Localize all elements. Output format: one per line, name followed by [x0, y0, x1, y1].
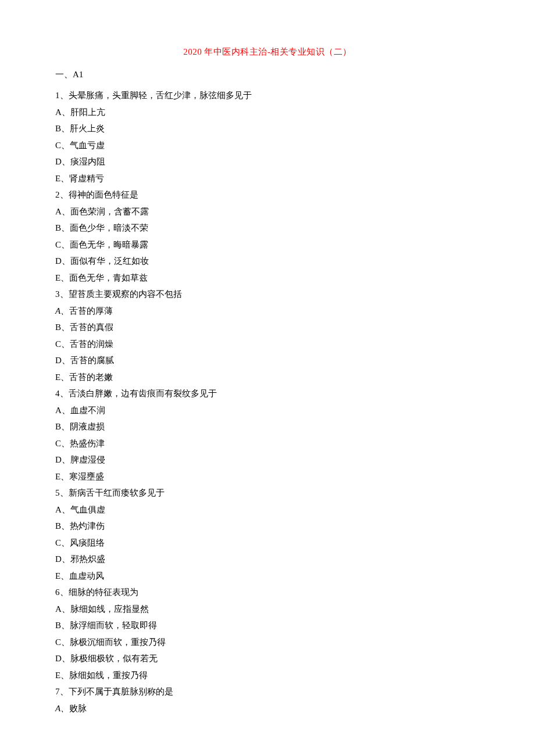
- option-line: B、肝火上炎: [55, 120, 480, 137]
- option-line: D、脉极细极软，似有若无: [55, 650, 480, 667]
- option-letter: D、: [55, 554, 70, 564]
- question-stem: 2、得神的面色特征是: [55, 187, 480, 203]
- question-stem: 7、下列不属于真脏脉别称的是: [55, 683, 480, 700]
- question-number: 2、: [55, 190, 69, 199]
- option-letter: D、: [55, 455, 70, 464]
- option-text: 邪热炽盛: [70, 554, 105, 564]
- option-text: 痰湿内阻: [70, 157, 105, 166]
- option-text: 舌苔的老嫩: [69, 372, 113, 382]
- option-text: 阴液虚损: [70, 422, 105, 431]
- option-letter: D、: [55, 256, 70, 266]
- option-text: 脉极沉细而软，重按乃得: [70, 637, 166, 647]
- questions-container: 1、头晕胀痛，头重脚轻，舌红少津，脉弦细多见于A、肝阳上亢B、肝火上炎C、气血亏…: [55, 87, 480, 716]
- option-letter: C、: [55, 538, 70, 547]
- option-line: E、面色无华，青如草兹: [55, 270, 480, 286]
- option-text: 风痰阻络: [70, 538, 105, 547]
- document-page: 2020 年中医内科主治-相关专业知识（二） 一、A1 1、头晕胀痛，头重脚轻，…: [0, 0, 535, 751]
- question-number: 7、: [55, 687, 69, 696]
- option-letter: B、: [55, 422, 70, 431]
- section-label: 一、A1: [55, 69, 480, 80]
- option-line: A、肝阳上亢: [55, 104, 480, 121]
- option-text: 舌苔的厚薄: [69, 306, 113, 316]
- option-text: 败脉: [69, 704, 87, 713]
- option-letter: C、: [55, 439, 70, 448]
- option-letter: C、: [55, 240, 70, 249]
- option-line: B、阴液虚损: [55, 418, 480, 435]
- question-text: 新病舌干红而痿软多见于: [69, 488, 165, 497]
- option-text: 面色荣润，含蓄不露: [70, 207, 149, 216]
- option-letter: C、: [55, 637, 70, 647]
- option-line: B、脉浮细而软，轻取即得: [55, 617, 480, 634]
- option-line: E、舌苔的老嫩: [55, 369, 480, 386]
- option-line: D、面似有华，泛红如妆: [55, 253, 480, 270]
- question-block: 5、新病舌干红而痿软多见于A、气血俱虚B、热灼津伤C、风痰阻络D、邪热炽盛E、血…: [55, 485, 480, 584]
- option-letter: A、: [55, 108, 70, 117]
- option-text: 气血俱虚: [70, 505, 105, 514]
- option-text: 面色少华，暗淡不荣: [70, 223, 148, 232]
- option-letter: E、: [55, 671, 69, 680]
- option-letter: B、: [55, 521, 70, 531]
- option-text: 气血亏虚: [70, 141, 105, 150]
- question-block: 2、得神的面色特征是A、面色荣润，含蓄不露B、面色少华，暗淡不荣C、面色无华，晦…: [55, 187, 480, 286]
- option-line: A、血虚不润: [55, 402, 480, 419]
- option-line: B、面色少华，暗淡不荣: [55, 220, 480, 237]
- option-letter: A、: [55, 306, 69, 316]
- option-letter: A、: [55, 207, 70, 216]
- option-line: A、面色荣润，含蓄不露: [55, 203, 480, 220]
- option-letter: C、: [55, 141, 70, 150]
- option-letter: C、: [55, 339, 70, 349]
- option-letter: E、: [55, 571, 69, 581]
- option-line: B、舌苔的真假: [55, 319, 480, 336]
- option-letter: A、: [55, 704, 69, 713]
- option-text: 脉浮细而软，轻取即得: [70, 621, 157, 630]
- option-letter: A、: [55, 406, 70, 415]
- question-stem: 1、头晕胀痛，头重脚轻，舌红少津，脉弦细多见于: [55, 87, 480, 104]
- option-letter: A、: [55, 604, 70, 614]
- option-letter: E、: [55, 472, 69, 481]
- question-number: 5、: [55, 488, 69, 497]
- option-text: 面似有华，泛红如妆: [70, 256, 149, 266]
- option-line: D、痰湿内阻: [55, 153, 480, 170]
- question-text: 得神的面色特征是: [69, 190, 138, 199]
- question-block: 6、细脉的特征表现为A、脉细如线，应指显然B、脉浮细而软，轻取即得C、脉极沉细而…: [55, 584, 480, 683]
- option-line: E、寒湿壅盛: [55, 468, 480, 485]
- option-letter: B、: [55, 223, 70, 232]
- option-letter: D、: [55, 356, 70, 365]
- option-text: 舌苔的真假: [70, 323, 113, 332]
- option-line: D、邪热炽盛: [55, 551, 480, 568]
- option-letter: D、: [55, 654, 70, 663]
- question-block: 1、头晕胀痛，头重脚轻，舌红少津，脉弦细多见于A、肝阳上亢B、肝火上炎C、气血亏…: [55, 87, 480, 187]
- question-text: 下列不属于真脏脉别称的是: [69, 687, 173, 696]
- option-letter: D、: [55, 157, 70, 166]
- option-line: C、热盛伤津: [55, 435, 480, 452]
- option-text: 脾虚湿侵: [70, 455, 105, 464]
- option-text: 脉细如线，应指显然: [70, 604, 149, 614]
- question-text: 头晕胀痛，头重脚轻，舌红少津，脉弦细多见于: [69, 91, 252, 100]
- option-text: 寒湿壅盛: [69, 472, 104, 481]
- option-text: 面色无华，晦暗暴露: [70, 240, 148, 249]
- option-line: A、舌苔的厚薄: [55, 303, 480, 320]
- question-number: 1、: [55, 91, 69, 100]
- option-letter: B、: [55, 323, 70, 332]
- option-line: E、血虚动风: [55, 568, 480, 585]
- option-letter: B、: [55, 124, 70, 133]
- option-letter: E、: [55, 372, 69, 382]
- option-text: 血虚不润: [70, 406, 105, 415]
- option-text: 脉极细极软，似有若无: [70, 654, 158, 663]
- question-number: 6、: [55, 587, 69, 597]
- document-title: 2020 年中医内科主治-相关专业知识（二）: [55, 46, 480, 58]
- option-letter: A、: [55, 505, 70, 514]
- option-text: 脉细如线，重按乃得: [69, 671, 148, 680]
- option-text: 肾虚精亏: [69, 174, 104, 183]
- question-stem: 3、望苔质主要观察的内容不包括: [55, 286, 480, 303]
- option-line: E、脉细如线，重按乃得: [55, 667, 480, 684]
- option-line: C、气血亏虚: [55, 137, 480, 154]
- option-line: A、败脉: [55, 700, 480, 717]
- option-letter: B、: [55, 621, 70, 630]
- option-text: 热灼津伤: [70, 521, 105, 531]
- option-line: C、风痰阻络: [55, 535, 480, 551]
- question-stem: 4、舌淡白胖嫩，边有齿痕而有裂纹多见于: [55, 385, 480, 402]
- question-block: 3、望苔质主要观察的内容不包括A、舌苔的厚薄B、舌苔的真假C、舌苔的润燥D、舌苔…: [55, 286, 480, 385]
- option-letter: E、: [55, 174, 69, 183]
- option-line: C、脉极沉细而软，重按乃得: [55, 634, 480, 651]
